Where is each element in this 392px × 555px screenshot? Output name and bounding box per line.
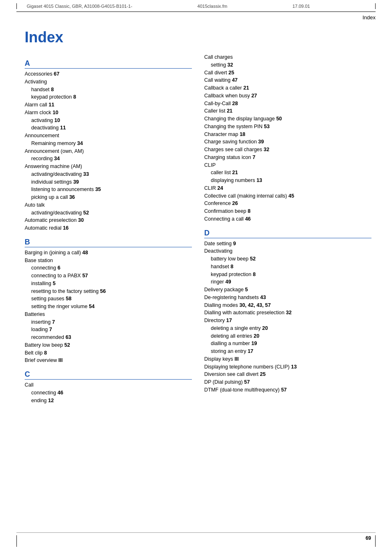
entry: connecting 6 [25,264,192,272]
header-right-vert-line [375,3,376,9]
entry: Callback when busy 27 [204,92,371,100]
entry: setting the ringer volume 54 [25,303,192,311]
entry: deleting a single entry 20 [204,325,371,332]
section-header-a: A [25,59,192,69]
entry: Automatic preselection 30 [25,216,192,224]
entry: recommended 63 [25,334,192,341]
entry: Auto talk [25,201,192,209]
columns: A Accessories 67 Activating handset 8 ke… [25,53,371,404]
entry: Accessories 67 [25,70,192,78]
entry: Call-by-Call 28 [204,100,371,108]
entry: activating/deactivating 52 [25,209,192,217]
entry: Directory 17 [204,317,371,325]
entry: Display keys III [204,355,371,363]
entry: displaying numbers 13 [204,177,371,184]
entry: Charging status icon 7 [204,154,371,161]
entry: picking up a call 36 [25,193,192,201]
main-content: Index A Accessories 67 Activating handse… [0,21,392,421]
entry: Diversion see call divert 25 [204,371,371,378]
footer-divider [16,532,376,533]
entry: resetting to the factory setting 56 [25,288,192,295]
entry: Battery low beep 52 [25,341,192,349]
entry: connecting 46 [25,389,192,397]
entry: listening to announcements 35 [25,186,192,193]
entry: Dialling modes 30, 42, 43, 57 [204,302,371,309]
entry: Brief overview III [25,357,192,364]
entry: inserting 7 [25,318,192,326]
header-bar: Gigaset 4015 Classic, GBR, A31008-G4015-… [0,0,392,11]
entry: dialling a number 19 [204,340,371,348]
entry: Charge saving function 39 [204,138,371,146]
entry: Barging in (joining a call) 48 [25,249,192,257]
footer-right-line [375,535,376,547]
entry: Character map 18 [204,131,371,138]
section-header-d: D [204,229,371,238]
entry: Call [25,381,192,389]
entry: Belt clip 8 [25,349,192,357]
entry: Date setting 9 [204,240,371,248]
header-vert-line [16,3,17,9]
entry: Collective call (making internal calls) … [204,192,371,200]
entry: Base station [25,257,192,265]
entry: CLIP [204,161,371,169]
header-left: Gigaset 4015 Classic, GBR, A31008-G4015-… [16,3,132,9]
footer-page-area: 69 [17,535,375,541]
footer-page-number: 69 [366,535,371,541]
entry: Charges see call charges 32 [204,146,371,154]
entry: Deactivating [204,247,371,255]
entry: installing 5 [25,280,192,288]
footer: 69 [0,532,392,547]
header-left-text: Gigaset 4015 Classic, GBR, A31008-G4015-… [27,4,132,9]
header-center-text: 4015classix.fm [197,4,227,9]
entry: battery low beep 52 [204,255,371,263]
entry: setting pauses 58 [25,295,192,303]
entry: keypad protection 8 [204,271,371,279]
entry: Call waiting 47 [204,76,371,84]
entry: De-registering handsets 43 [204,294,371,302]
entry: storing an entry 17 [204,348,371,355]
entry: Alarm clock 10 [25,109,192,117]
entry: Call divert 25 [204,69,371,77]
entry: Delivery package 5 [204,286,371,294]
entry: DTMF (dual-tone multifrequency) 57 [204,386,371,394]
entry: keypad protection 8 [25,93,192,101]
entry: connecting to a PABX 57 [25,272,192,280]
entry: Changing the system PIN 53 [204,123,371,131]
entry: Activating [25,78,192,86]
section-header-c: C [25,370,192,380]
col-left: A Accessories 67 Activating handset 8 ke… [25,53,192,404]
entry: Displaying telephone numbers (CLIP) 13 [204,363,371,371]
entry: recording 34 [25,155,192,163]
entry: Alarm call 11 [25,101,192,109]
entry: Changing the display language 50 [204,115,371,123]
footer-content: 69 [16,535,376,547]
entry: Confirmation beep 8 [204,207,371,215]
entry: Batteries [25,311,192,318]
page-container: Gigaset 4015 Classic, GBR, A31008-G4015-… [0,0,392,555]
entry: deleting all entries 20 [204,332,371,340]
entry: Remaining memory 34 [25,140,192,147]
entry: DP (Dial pulsing) 57 [204,378,371,386]
entry: Answering machine (AM) [25,163,192,170]
entry: activating/deactivating 33 [25,170,192,178]
entry: Announcement [25,132,192,140]
entry: Caller list 21 [204,107,371,115]
entry: Callback a caller 21 [204,84,371,92]
col-right: Call charges setting 32 Call divert 25 C… [204,53,371,404]
entry: handset 8 [204,263,371,271]
entry: individual settings 39 [25,178,192,186]
entry: Conference 26 [204,200,371,207]
entry: activating 10 [25,117,192,124]
entry: Automatic redial 16 [25,224,192,232]
entry: Dialling with automatic preselection 32 [204,309,371,317]
section-header-b: B [25,238,192,247]
entry: setting 32 [204,61,371,69]
entry: CLIR 24 [204,184,371,192]
header-right-text: 17.09.01 [293,4,310,9]
entry: Call charges [204,53,371,61]
entry: loading 7 [25,326,192,334]
entry: Announcement (own, AM) [25,147,192,155]
entry: caller list 21 [204,169,371,177]
entry: Connecting a call 46 [204,215,371,223]
section-label-top: Index [0,12,392,21]
